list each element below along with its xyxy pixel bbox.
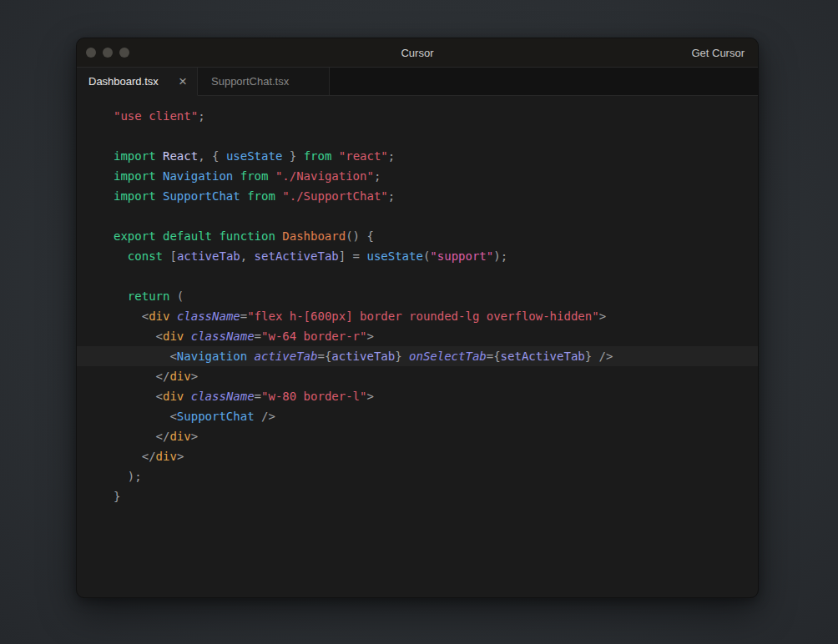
code-token: ={ [317, 350, 331, 363]
code-token: > [191, 430, 198, 443]
code-token: < [114, 330, 163, 343]
code-token: useState [226, 149, 282, 163]
code-token: , [240, 249, 255, 263]
code-token: < [114, 410, 177, 423]
code-token: > [177, 450, 184, 463]
code-line: </div> [77, 426, 758, 446]
code-token: return [114, 289, 177, 303]
code-token: </ [114, 370, 169, 383]
code-token: "./Navigation" [275, 169, 374, 183]
tab-dashboard[interactable]: Dashboard.tsx × [77, 68, 198, 96]
code-line [77, 266, 758, 286]
code-token: export default function [114, 229, 282, 243]
code-token: "use client" [114, 109, 198, 123]
code-token: "support" [430, 249, 493, 263]
code-token: "react" [339, 149, 388, 163]
zoom-window-button[interactable] [119, 48, 129, 58]
code-token: </ [114, 430, 169, 443]
code-token: activeTab [177, 249, 240, 263]
code-token: } [282, 149, 303, 163]
code-token: > [599, 309, 606, 323]
code-token: "w-64 border-r" [261, 330, 366, 343]
code-token: ; [388, 189, 395, 203]
code-token: /> [255, 410, 275, 423]
code-token: div [149, 309, 169, 323]
code-line: ); [77, 466, 758, 486]
code-token: SupportChat [177, 410, 255, 423]
code-token: from [304, 149, 339, 163]
code-token: import [114, 149, 163, 163]
code-token: setActiveTab [501, 350, 585, 363]
code-area[interactable]: "use client";import React, { useState } … [77, 96, 758, 598]
code-line: } [77, 486, 758, 506]
code-token: ={ [487, 350, 501, 363]
minimize-window-button[interactable] [103, 48, 113, 58]
window-title: Cursor [77, 47, 758, 59]
tab-bar: Dashboard.tsx × SupportChat.tsx [77, 68, 758, 96]
code-token: ] = [339, 249, 367, 263]
get-cursor-link[interactable]: Get Cursor [691, 47, 758, 59]
code-token: } [114, 490, 120, 503]
close-window-button[interactable] [86, 48, 96, 58]
code-line: "use client"; [77, 106, 758, 126]
code-token: div [163, 330, 184, 343]
code-token: activeTab [331, 350, 395, 363]
code-token: from [233, 169, 275, 183]
code-line: <div className="w-64 border-r"> [77, 326, 758, 346]
titlebar: Cursor Get Cursor [77, 38, 758, 68]
traffic-lights [77, 48, 129, 58]
code-token: = [255, 330, 261, 343]
tab-supportchat[interactable]: SupportChat.tsx [198, 68, 330, 95]
code-token: Navigation [177, 350, 247, 363]
code-token: ; [198, 109, 204, 123]
code-token: ; [388, 149, 395, 163]
code-token: className [184, 390, 254, 403]
close-tab-icon[interactable]: × [179, 74, 187, 88]
code-token: > [191, 370, 198, 383]
code-token: import [114, 169, 163, 183]
code-token: } [395, 350, 409, 363]
code-token: ; [374, 169, 381, 183]
tab-label: SupportChat.tsx [211, 75, 289, 88]
code-token: className [169, 309, 240, 323]
code-line: <div className="flex h-[600px] border ro… [77, 306, 758, 326]
code-token: > [366, 390, 373, 403]
code-token: () { [346, 229, 374, 243]
code-token: [ [169, 249, 176, 263]
code-token: ( [177, 289, 184, 303]
code-token: from [240, 189, 283, 203]
code-token: React [163, 149, 198, 163]
code-token: "./SupportChat" [282, 189, 387, 203]
tab-label: Dashboard.tsx [88, 75, 159, 88]
code-token: div [163, 390, 184, 403]
code-token: Dashboard [282, 229, 346, 243]
code-token: div [169, 370, 190, 383]
code-token: < [114, 390, 163, 403]
code-token: } /> [585, 350, 613, 363]
code-token: , { [198, 149, 226, 163]
code-token: onSelectTab [409, 350, 487, 363]
code-token: ); [493, 249, 507, 263]
code-line: import Navigation from "./Navigation"; [77, 166, 758, 186]
code-token: const [114, 249, 169, 263]
code-token: </ [114, 450, 156, 463]
code-line: </div> [77, 366, 758, 386]
code-line: return ( [77, 286, 758, 306]
code-token: setActiveTab [255, 249, 339, 263]
code-line: import React, { useState } from "react"; [77, 146, 758, 166]
code-token: useState [366, 249, 422, 263]
code-token: className [184, 330, 254, 343]
code-line: <Navigation activeTab={activeTab} onSele… [77, 346, 758, 366]
code-token: div [169, 430, 190, 443]
code-token: activeTab [247, 350, 317, 363]
code-token: = [255, 390, 261, 403]
code-token: SupportChat [163, 189, 240, 203]
code-token: < [114, 309, 149, 323]
code-line: import SupportChat from "./SupportChat"; [77, 186, 758, 206]
code-token: div [156, 450, 177, 463]
code-line: <div className="w-80 border-l"> [77, 386, 758, 406]
code-token: "flex h-[600px] border rounded-lg overfl… [247, 309, 598, 323]
code-line: </div> [77, 446, 758, 466]
code-line: <SupportChat /> [77, 406, 758, 426]
code-token: < [114, 350, 177, 363]
